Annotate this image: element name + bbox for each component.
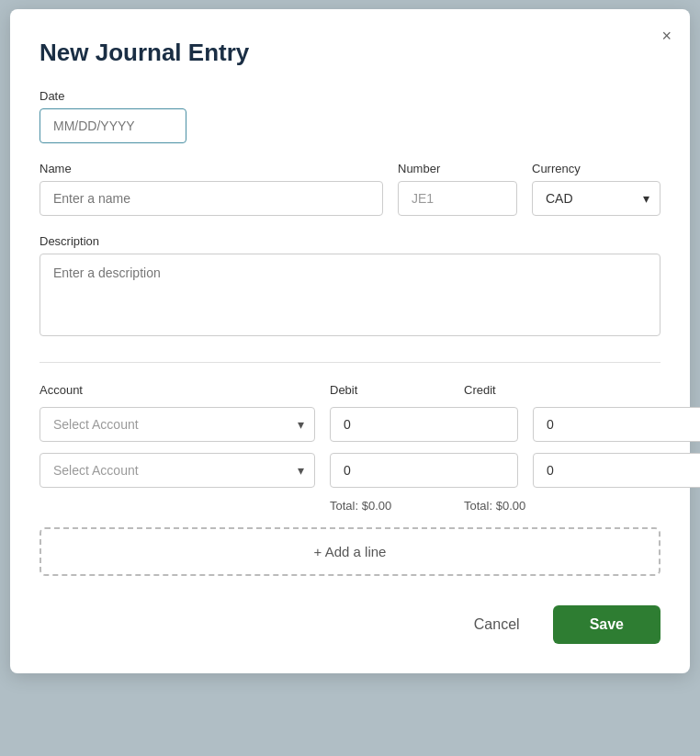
date-field-group: Date: [40, 89, 660, 162]
total-debit-label: Total:: [330, 499, 358, 513]
table-row: Select Account ▾: [40, 407, 660, 442]
currency-field-group: Currency CAD USD EUR GBP ▾: [532, 162, 660, 216]
col-debit-header: Debit: [330, 383, 357, 397]
number-field-group: Number: [398, 162, 517, 216]
total-credit-label: Total:: [464, 499, 492, 513]
close-button[interactable]: ×: [658, 24, 675, 48]
new-journal-entry-modal: × New Journal Entry Date Name Number Cur…: [10, 9, 690, 673]
table-header: Account Debit Credit: [40, 381, 660, 398]
number-label: Number: [398, 162, 517, 175]
currency-select[interactable]: CAD USD EUR GBP: [532, 181, 660, 216]
col-credit-header: Credit: [464, 383, 496, 397]
debit-input-2[interactable]: [330, 453, 518, 488]
cancel-button[interactable]: Cancel: [456, 607, 538, 642]
total-debit-value: $0.00: [362, 499, 392, 513]
account-select-wrapper-1: Select Account ▾: [40, 407, 315, 442]
col-account-header: Account: [40, 383, 83, 397]
debit-input-1[interactable]: [330, 407, 518, 442]
total-credit-value: $0.00: [496, 499, 526, 513]
name-number-currency-row: Name Number Currency CAD USD EUR GBP ▾: [40, 162, 660, 216]
currency-select-wrapper: CAD USD EUR GBP ▾: [532, 181, 660, 216]
credit-input-2[interactable]: [533, 453, 700, 488]
currency-label: Currency: [532, 162, 660, 175]
totals-row: Total: $0.00 Total: $0.00: [40, 499, 660, 513]
number-input[interactable]: [398, 181, 517, 216]
description-input[interactable]: [40, 254, 660, 336]
footer-actions: Cancel Save: [40, 605, 660, 644]
add-line-label: + Add a line: [314, 544, 387, 559]
name-field-group: Name: [40, 162, 383, 216]
save-label: Save: [590, 616, 624, 632]
account-select-2[interactable]: Select Account: [40, 453, 315, 488]
modal-title: New Journal Entry: [40, 39, 660, 67]
credit-input-1[interactable]: [533, 407, 700, 442]
name-label: Name: [40, 162, 383, 175]
name-input[interactable]: [40, 181, 383, 216]
add-line-button[interactable]: + Add a line: [40, 527, 660, 576]
cancel-label: Cancel: [474, 616, 520, 632]
date-label: Date: [40, 89, 660, 103]
account-select-1[interactable]: Select Account: [40, 407, 315, 442]
description-label: Description: [40, 234, 660, 248]
description-field-group: Description: [40, 234, 660, 362]
date-input[interactable]: [40, 108, 186, 143]
table-row: Select Account ▾: [40, 453, 660, 488]
save-button[interactable]: Save: [553, 605, 660, 644]
divider: [40, 362, 660, 363]
total-credit: Total: $0.00: [464, 499, 583, 513]
total-debit: Total: $0.00: [330, 499, 449, 513]
account-select-wrapper-2: Select Account ▾: [40, 453, 315, 488]
